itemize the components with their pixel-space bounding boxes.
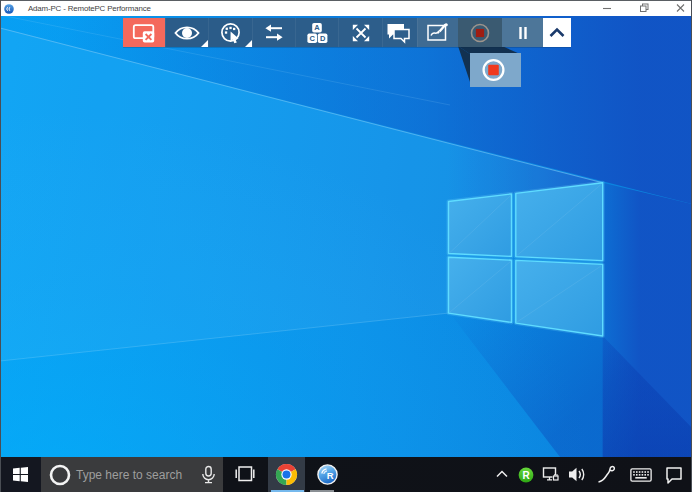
svg-text:D: D [320, 33, 326, 42]
svg-text:C: C [309, 33, 315, 42]
svg-text:A: A [314, 23, 320, 32]
svg-text:R: R [522, 470, 530, 481]
svg-text:R: R [327, 470, 334, 481]
